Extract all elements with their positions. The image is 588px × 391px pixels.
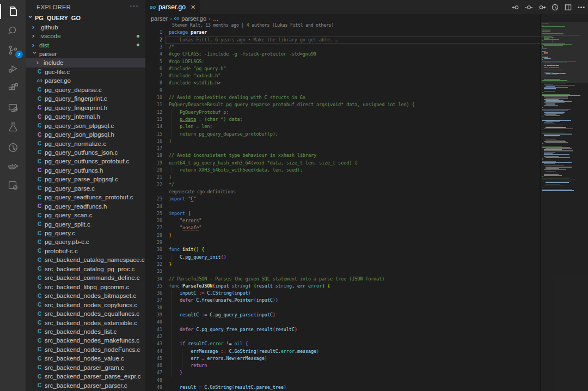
tree-item-pg-query-normalize-c[interactable]: Cpg_query_normalize.c — [26, 139, 145, 148]
tree-item-pg-query-parse-plpgsql-c[interactable]: Cpg_query_parse_plpgsql.c — [26, 175, 145, 184]
c-file-icon: C — [36, 176, 42, 182]
tab-label: parser.go — [158, 3, 186, 11]
minimap-line — [544, 174, 559, 174]
tree-item-src-backend-nodes-extensible-c[interactable]: Csrc_backend_nodes_extensible.c — [26, 318, 145, 327]
codelens[interactable]: Steven Kalt, 13 months ago | 4 authors (… — [172, 23, 334, 28]
git-graph-icon[interactable] — [0, 138, 26, 157]
search-icon[interactable] — [0, 21, 26, 40]
minimap-line — [546, 75, 547, 75]
split-editor-icon[interactable] — [564, 3, 573, 12]
tree-item-pg-query-pb-c-c[interactable]: Cpg_query.pb-c.c — [26, 237, 145, 246]
tree-item-pg-query-fingerprint-h[interactable]: Cpg_query_fingerprint.h — [26, 103, 145, 112]
minimap-line — [544, 102, 564, 103]
tree-root-pg-query-go[interactable]: ›PG_QUERY_GO — [26, 14, 145, 22]
more-actions-icon[interactable]: ··· — [130, 1, 139, 10]
minimap[interactable] — [541, 14, 588, 391]
tree-item-protobuf-c-c[interactable]: Cprotobuf-c.c — [26, 247, 145, 255]
tab-parser-go[interactable]: GO parser.go ✕ — [145, 0, 200, 14]
tree-item-src-backend-nodes-nodefuncs-c[interactable]: Csrc_backend_nodes_nodeFuncs.c — [26, 345, 145, 354]
c-file-icon: C — [36, 311, 42, 317]
tree-item-src-backend-nodes-value-c[interactable]: Csrc_backend_nodes_value.c — [26, 354, 145, 363]
tree-item-label: pg_query_fingerprint.c — [45, 95, 107, 102]
minimap-line — [549, 68, 555, 68]
tree-item-src-backend-catalog-pg-proc-c[interactable]: Csrc_backend_catalog_pg_proc.c — [26, 265, 145, 273]
tree-item-src-backend-nodes-equalfuncs-c[interactable]: Csrc_backend_nodes_equalfuncs.c — [26, 309, 145, 318]
codelens[interactable]: regenerate cgo definitions — [169, 190, 236, 194]
tree-item-src-backend-catalog-namespace-c[interactable]: Csrc_backend_catalog_namespace.c — [26, 255, 145, 264]
explorer-icon[interactable] — [0, 2, 26, 21]
minimap-line — [542, 44, 572, 45]
tree-item-src-backend-parser-parser-c[interactable]: Csrc_backend_parser_parser.c — [26, 381, 145, 389]
tree-item--vscode[interactable]: ›.vscode — [26, 32, 145, 40]
source-control-icon[interactable]: 7 — [0, 41, 26, 59]
docker-icon[interactable] — [0, 157, 26, 176]
tree-item-src-backend-nodes-bitmapset-c[interactable]: Csrc_backend_nodes_bitmapset.c — [26, 291, 145, 300]
tree-item-pg-query-scan-c[interactable]: Cpg_query_scan.c — [26, 211, 145, 219]
tree-item-pg-query-outfuncs-protobuf-c[interactable]: Cpg_query_outfuncs_protobuf.c — [26, 157, 145, 166]
run-and-debug-icon[interactable] — [0, 59, 26, 78]
previous-change-icon[interactable] — [511, 3, 520, 12]
tree-item-pg-query-internal-h[interactable]: Cpg_query_internal.h — [26, 112, 145, 121]
tree-item-pg-query-json-plpgsql-c[interactable]: Cpg_query_json_plpgsql.c — [26, 121, 145, 130]
tree-item-pg-query-outfuncs-h[interactable]: Cpg_query_outfuncs.h — [26, 166, 145, 175]
tree-item-label: pg_query_outfuncs_json.c — [45, 149, 118, 156]
code-line-25: 25import ( — [145, 210, 588, 217]
file-history-icon[interactable] — [550, 3, 560, 12]
minimap-line — [544, 169, 566, 170]
minimap-line — [544, 99, 559, 100]
tree-item-pg-query-split-c[interactable]: Cpg_query_split.c — [26, 219, 145, 228]
more-actions-icon[interactable] — [577, 3, 586, 12]
tree-item-src-backend-nodes-list-c[interactable]: Csrc_backend_nodes_list.c — [26, 327, 145, 336]
line-number: 31 — [147, 254, 162, 261]
minimap-line — [542, 63, 544, 63]
tree-item-guc-file-c[interactable]: Cguc-file.c — [26, 68, 145, 76]
breadcrumb-file[interactable]: parser.go — [181, 15, 206, 22]
tree-item-pg-query-readfuncs-protobuf-c[interactable]: Cpg_query_readfuncs_protobuf.c — [26, 193, 145, 201]
minimap-line — [544, 70, 546, 70]
tree-item-src-backend-libpq-pqcomm-c[interactable]: Csrc_backend_libpq_pqcomm.c — [26, 283, 145, 291]
tree-item-src-backend-parser-parse-expr-c[interactable]: Csrc_backend_parser_parse_expr.c — [26, 372, 145, 381]
breadcrumb-symbol[interactable]: … — [213, 15, 219, 22]
extensions-icon[interactable] — [0, 78, 26, 97]
project-settings-icon[interactable] — [0, 176, 26, 194]
h-file-icon: C — [36, 203, 42, 209]
tree-item-pg-query-outfuncs-json-c[interactable]: Cpg_query_outfuncs_json.c — [26, 148, 145, 157]
remote-explorer-icon[interactable] — [0, 99, 26, 117]
tree-item-include[interactable]: ›include — [26, 58, 145, 67]
tree-item--github[interactable]: ›.github — [26, 22, 145, 31]
tree-item-src-backend-nodes-copyfuncs-c[interactable]: Csrc_backend_nodes_copyfuncs.c — [26, 300, 145, 309]
open-changes-icon[interactable] — [524, 3, 534, 12]
tree-item-label: pg_query_normalize.c — [45, 140, 106, 147]
tree-item-pg-query-json-plpgsql-h[interactable]: Cpg_query_json_plpgsql.h — [26, 130, 145, 139]
tree-item-label: dist — [39, 42, 49, 48]
c-file-icon: C — [36, 302, 42, 308]
minimap-line — [542, 147, 570, 148]
tree-item-src-backend-commands-define-c[interactable]: Csrc_backend_commands_define.c — [26, 273, 145, 282]
next-change-icon[interactable] — [537, 3, 547, 12]
tree-item-parser[interactable]: ›parser — [26, 50, 145, 58]
breadcrumb-folder[interactable]: parser — [151, 15, 168, 22]
tree-item-label: src_backend_catalog_namespace.c — [45, 256, 144, 263]
code-area[interactable]: Steven Kalt, 13 months ago | 4 authors (… — [145, 22, 588, 391]
code-line-36: 36 inputC := C.CString(input) — [145, 290, 588, 297]
tree-item-dist[interactable]: ›dist — [26, 40, 145, 49]
minimap-line — [546, 168, 559, 169]
editor-actions — [511, 0, 586, 14]
tree-item-src-backend-nodes-makefuncs-c[interactable]: Csrc_backend_nodes_makefuncs.c — [26, 336, 145, 345]
tree-item-parser-go[interactable]: GOparser.go — [26, 76, 145, 85]
line-number: 8 — [147, 80, 162, 87]
tree-item-pg-query-deparse-c[interactable]: Cpg_query_deparse.c — [26, 85, 145, 94]
tree-item-pg-query-parse-c[interactable]: Cpg_query_parse.c — [26, 184, 145, 193]
tree-item-src-backend-parser-gram-c[interactable]: Csrc_backend_parser_gram.c — [26, 363, 145, 372]
minimap-line — [562, 70, 562, 70]
indent-guide — [171, 254, 171, 261]
tree-item-pg-query-fingerprint-c[interactable]: Cpg_query_fingerprint.c — [26, 94, 145, 103]
tree-item-pg-query-c[interactable]: Cpg_query.c — [26, 229, 145, 237]
close-tab-icon[interactable]: ✕ — [191, 4, 195, 11]
tree-item-pg-query-readfuncs-h[interactable]: Cpg_query_readfuncs.h — [26, 201, 145, 210]
testing-icon[interactable] — [0, 118, 26, 136]
chevron-icon: › — [32, 42, 38, 48]
tree-item-label: pg_query_parse_plpgsql.c — [45, 176, 118, 182]
chevron-right-icon: › — [170, 15, 172, 22]
line-number: 47 — [147, 369, 162, 376]
